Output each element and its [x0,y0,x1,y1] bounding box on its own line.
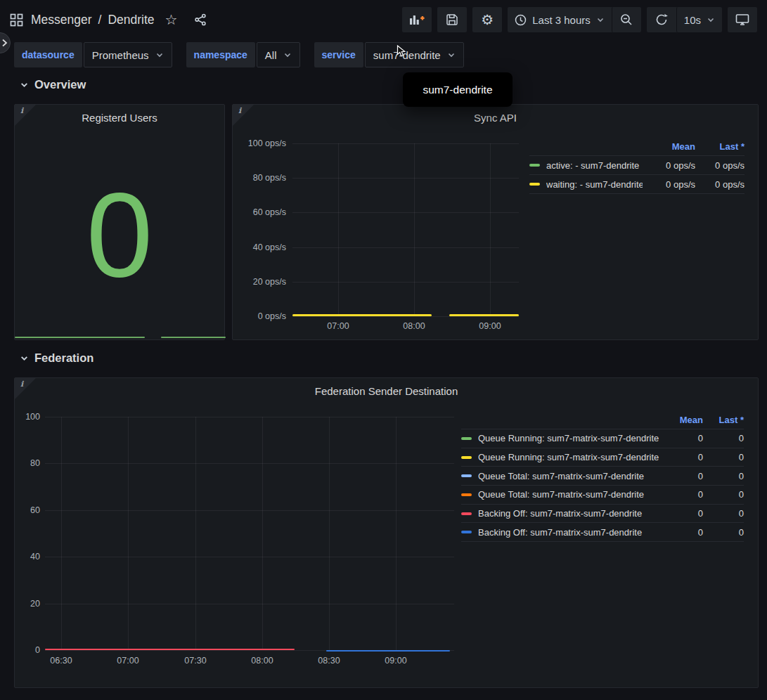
breadcrumb-dashboard[interactable]: Dendrite [108,13,154,27]
legend-series-row[interactable]: Backing Off: sum7-matrix-sum7-dendrite00 [461,522,744,541]
legend-series-row[interactable]: Queue Total: sum7-matrix-sum7-dendrite00 [461,466,744,485]
variable-datasource: datasource Prometheus [14,42,172,67]
series-last-value: 0 [703,508,744,519]
legend-column-mean[interactable]: Mean [661,415,703,425]
clock-icon [515,14,527,26]
y-axis-tick-label: 40 [15,551,40,562]
x-axis-tick-label: 06:30 [39,656,84,666]
time-range-label: Last 3 hours [532,14,591,26]
gridline [45,604,454,604]
gridline [490,143,491,316]
variable-namespace-dropdown[interactable]: All [257,42,300,67]
legend-series-row[interactable]: Queue Running: sum7-matrix-sum7-dendrite… [461,448,744,467]
kiosk-tv-mode-button[interactable] [728,7,757,32]
dashboard-toolbar: ⚙ Last 3 hours 10s [402,7,757,32]
panel-title[interactable]: Registerd Users [15,112,224,124]
series-mean-value: 0 [661,433,703,443]
series-color-swatch [529,183,540,186]
variable-service: service sum7-dendrite [314,42,464,67]
chart-plot-area[interactable] [45,417,454,650]
series-mean-value: 0 [661,489,703,500]
series-mean-value: 0 [661,471,703,481]
panel-title[interactable]: Sync API [233,112,758,124]
x-axis-tick-label: 08:00 [392,321,437,331]
service-value-tooltip: sum7-dendrite [403,72,513,107]
series-color-swatch [461,437,472,440]
breadcrumb-folder[interactable]: Messenger [31,13,92,27]
series-mean-value: 0 ops/s [643,179,695,190]
share-icon[interactable] [194,13,207,26]
variable-service-dropdown[interactable]: sum7-dendrite [365,42,464,67]
series-label: Queue Total: sum7-matrix-sum7-dendrite [478,471,661,481]
legend-series-row[interactable]: Queue Running: sum7-matrix-sum7-dendrite… [461,429,744,448]
legend-series-row[interactable]: Queue Total: sum7-matrix-sum7-dendrite00 [461,485,744,504]
time-range-group: Last 3 hours [508,7,641,32]
variable-service-label: service [314,42,363,67]
chevron-down-icon [155,51,164,59]
legend-column-mean[interactable]: Mean [643,141,695,152]
stat-big-value: 0 [15,175,224,294]
variable-datasource-dropdown[interactable]: Prometheus [84,42,172,67]
series-color-swatch [461,512,472,515]
legend-header: Mean Last * [461,410,744,429]
panel-title[interactable]: Federation Sender Destination [15,385,758,397]
chevron-down-icon [447,51,456,59]
breadcrumb-separator: / [98,13,102,27]
legend-series-row[interactable]: active: - sum7-dendrite0 ops/s0 ops/s [529,155,745,174]
breadcrumb: Messenger / Dendrite ☆ [10,13,207,27]
section-row-overview[interactable]: Overview [20,78,86,91]
dashboard-settings-button[interactable]: ⚙ [472,7,502,32]
gridline [45,417,454,417]
x-axis-tick-label: 09:00 [468,321,513,331]
chart-legend: Mean Last * Queue Running: sum7-matrix-s… [461,410,744,542]
chart-legend: Mean Last * active: - sum7-dendrite0 ops… [529,137,745,194]
variable-datasource-value: Prometheus [92,49,149,61]
series-line-backing-off-blue [326,650,450,652]
dashboards-grid-icon[interactable] [10,13,23,27]
stat-sparkline-segment [15,337,145,338]
series-color-swatch [529,164,540,167]
gridline [45,510,454,511]
chart-plot-area[interactable] [292,143,519,316]
series-line-backing-off-red [45,649,295,650]
add-panel-button[interactable] [402,7,432,32]
legend-rows: active: - sum7-dendrite0 ops/s0 ops/swai… [529,155,745,194]
star-favorite-icon[interactable]: ☆ [165,13,178,27]
gridline [414,143,415,316]
series-label: Backing Off: sum7-matrix-sum7-dendrite [478,527,661,538]
legend-series-row[interactable]: Backing Off: sum7-matrix-sum7-dendrite00 [461,504,744,523]
time-range-picker[interactable]: Last 3 hours [508,7,612,32]
series-mean-value: 0 [661,508,703,519]
variable-namespace-label: namespace [186,42,255,67]
series-line-waiting [292,314,432,316]
chevron-down-icon [707,15,715,24]
y-axis-tick-label: 60 ops/s [233,207,286,218]
legend-column-last[interactable]: Last * [695,141,745,152]
save-dashboard-button[interactable] [437,7,467,32]
gridline [292,178,519,179]
y-axis-tick-label: 20 [15,598,40,609]
section-row-federation[interactable]: Federation [20,351,94,365]
stat-sparkline-segment [161,337,226,338]
mouse-cursor [397,45,407,58]
series-label: Queue Total: sum7-matrix-sum7-dendrite [478,489,661,500]
zoom-out-time-button[interactable] [612,7,641,32]
chevron-down-icon [20,80,29,89]
gridline [329,417,330,650]
series-mean-value: 0 ops/s [643,160,695,171]
panel-sync-api: i Sync API 100 ops/s80 ops/s60 ops/s40 o… [232,104,759,340]
x-axis-tick-label: 07:30 [173,656,218,666]
series-label: Queue Running: sum7-matrix-sum7-dendrite [478,452,661,462]
legend-column-last[interactable]: Last * [703,415,744,425]
gridline [61,417,62,650]
refresh-button[interactable] [647,7,676,32]
variable-datasource-label: datasource [14,42,82,67]
gridline [128,417,129,650]
legend-series-row[interactable]: waiting: - sum7-dendrite0 ops/s0 ops/s [529,174,745,193]
refresh-interval-picker[interactable]: 10s [676,7,722,32]
panel-registered-users: i Registerd Users 0 [14,104,225,340]
y-axis: 100806040200 [15,411,40,656]
gridline [292,143,519,144]
chevron-down-icon [20,354,29,363]
series-mean-value: 0 [661,452,703,462]
